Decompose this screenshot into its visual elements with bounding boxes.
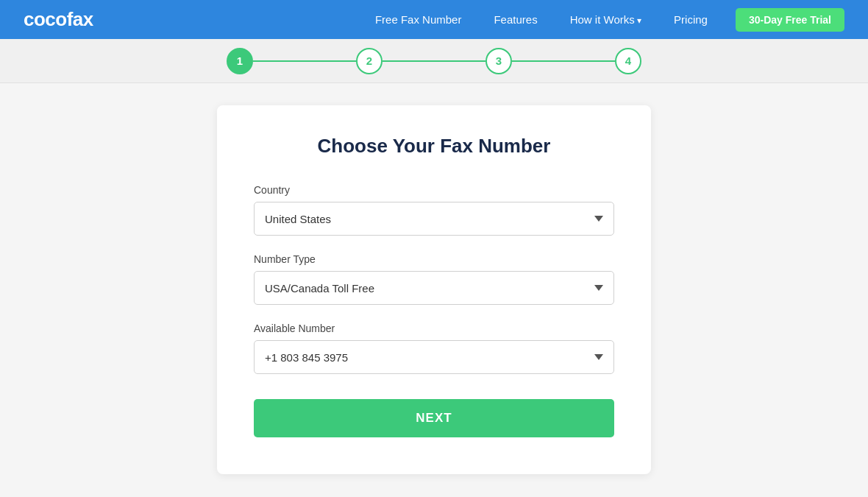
step-3[interactable]: 3 bbox=[485, 48, 512, 74]
country-select[interactable]: United States Canada United Kingdom Aust… bbox=[254, 202, 614, 236]
number-type-select[interactable]: USA/Canada Toll Free Local International bbox=[254, 271, 614, 305]
available-number-label: Available Number bbox=[254, 322, 614, 334]
stepper: 1 2 3 4 bbox=[227, 48, 641, 74]
main-content: Choose Your Fax Number Country United St… bbox=[0, 83, 868, 497]
step-4[interactable]: 4 bbox=[615, 48, 641, 74]
nav-pricing[interactable]: Pricing bbox=[661, 9, 721, 30]
form-card: Choose Your Fax Number Country United St… bbox=[217, 105, 651, 474]
step-1[interactable]: 1 bbox=[227, 48, 253, 74]
nav-free-fax-number[interactable]: Free Fax Number bbox=[362, 9, 475, 30]
stepper-bar: 1 2 3 4 bbox=[0, 39, 868, 83]
step-line-1 bbox=[253, 60, 356, 62]
nav-features[interactable]: Features bbox=[480, 9, 550, 30]
nav-how-it-works[interactable]: How it Works bbox=[557, 9, 655, 30]
nav-cta-button[interactable]: 30-Day Free Trial bbox=[736, 8, 844, 32]
step-line-2 bbox=[383, 60, 485, 62]
country-label: Country bbox=[254, 184, 614, 196]
country-group: Country United States Canada United King… bbox=[254, 184, 614, 236]
nav-links: Free Fax Number Features How it Works Pr… bbox=[362, 13, 844, 27]
number-type-label: Number Type bbox=[254, 253, 614, 265]
step-line-3 bbox=[512, 60, 615, 62]
next-button[interactable]: NEXT bbox=[254, 399, 614, 437]
available-number-group: Available Number +1 803 845 3975 +1 803 … bbox=[254, 322, 614, 374]
available-number-select[interactable]: +1 803 845 3975 +1 803 845 3976 +1 803 8… bbox=[254, 340, 614, 374]
number-type-group: Number Type USA/Canada Toll Free Local I… bbox=[254, 253, 614, 305]
logo[interactable]: cocofax bbox=[24, 8, 93, 31]
card-title: Choose Your Fax Number bbox=[254, 135, 614, 158]
navbar: cocofax Free Fax Number Features How it … bbox=[0, 0, 868, 39]
step-2[interactable]: 2 bbox=[356, 48, 383, 74]
